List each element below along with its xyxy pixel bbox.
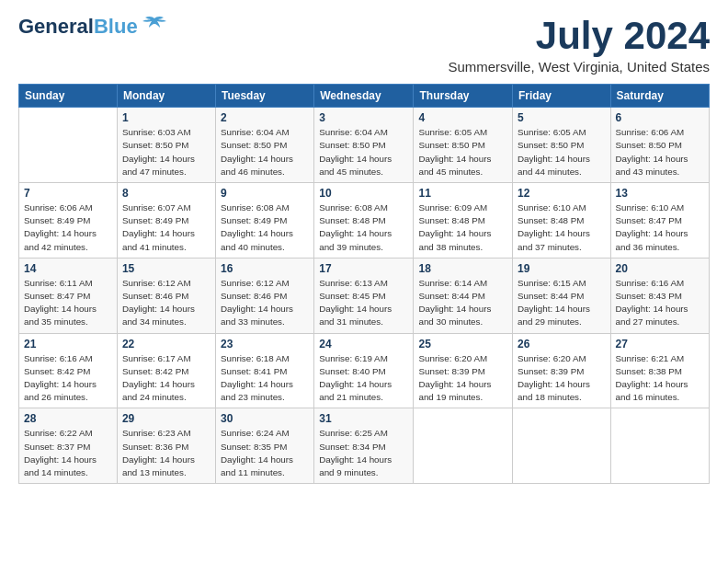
calendar-cell: 13Sunrise: 6:10 AMSunset: 8:47 PMDayligh… (610, 183, 709, 259)
day-number: 7 (24, 187, 112, 200)
day-number: 25 (418, 338, 507, 350)
cell-info: Sunrise: 6:07 AMSunset: 8:49 PMDaylight:… (122, 202, 195, 252)
day-number: 1 (122, 111, 210, 124)
day-number: 5 (518, 111, 606, 124)
calendar-cell: 10Sunrise: 6:08 AMSunset: 8:48 PMDayligh… (314, 183, 414, 259)
cell-info: Sunrise: 6:22 AMSunset: 8:37 PMDaylight:… (24, 428, 97, 477)
cell-info: Sunrise: 6:18 AMSunset: 8:41 PMDaylight:… (221, 353, 293, 403)
calendar-cell: 31Sunrise: 6:25 AMSunset: 8:34 PMDayligh… (314, 408, 414, 484)
col-thursday: Thursday (414, 85, 513, 108)
cell-info: Sunrise: 6:20 AMSunset: 8:39 PMDaylight:… (418, 353, 491, 403)
calendar-cell: 2Sunrise: 6:04 AMSunset: 8:50 PMDaylight… (216, 108, 314, 183)
calendar-cell: 8Sunrise: 6:07 AMSunset: 8:49 PMDaylight… (117, 183, 215, 259)
cell-info: Sunrise: 6:04 AMSunset: 8:50 PMDaylight:… (319, 127, 392, 177)
location: Summersville, West Virginia, United Stat… (448, 59, 710, 75)
calendar-cell: 15Sunrise: 6:12 AMSunset: 8:46 PMDayligh… (117, 258, 215, 333)
calendar-cell: 16Sunrise: 6:12 AMSunset: 8:46 PMDayligh… (216, 258, 314, 333)
calendar-cell (19, 108, 118, 183)
day-number: 10 (319, 187, 408, 200)
col-tuesday: Tuesday (216, 85, 314, 108)
week-row-5: 28Sunrise: 6:22 AMSunset: 8:37 PMDayligh… (19, 408, 710, 484)
col-saturday: Saturday (610, 85, 709, 108)
logo-text: GeneralBlue (18, 15, 138, 38)
cell-info: Sunrise: 6:12 AMSunset: 8:46 PMDaylight:… (122, 278, 195, 327)
cell-info: Sunrise: 6:05 AMSunset: 8:50 PMDaylight:… (518, 127, 590, 177)
cell-info: Sunrise: 6:23 AMSunset: 8:36 PMDaylight:… (122, 428, 195, 477)
calendar-cell: 7Sunrise: 6:06 AMSunset: 8:49 PMDaylight… (19, 183, 118, 259)
day-number: 4 (418, 111, 507, 124)
day-number: 17 (319, 262, 408, 275)
calendar-cell: 26Sunrise: 6:20 AMSunset: 8:39 PMDayligh… (513, 333, 611, 408)
day-number: 30 (221, 412, 309, 425)
day-number: 20 (616, 262, 704, 275)
month-title: July 2024 (448, 15, 710, 57)
day-number: 8 (122, 187, 210, 200)
calendar-cell: 20Sunrise: 6:16 AMSunset: 8:43 PMDayligh… (610, 258, 709, 333)
cell-info: Sunrise: 6:03 AMSunset: 8:50 PMDaylight:… (122, 127, 195, 177)
day-number: 22 (122, 338, 210, 350)
calendar-cell: 11Sunrise: 6:09 AMSunset: 8:48 PMDayligh… (414, 183, 513, 259)
day-number: 28 (24, 412, 112, 425)
cell-info: Sunrise: 6:19 AMSunset: 8:40 PMDaylight:… (319, 353, 392, 403)
day-number: 14 (24, 262, 112, 275)
title-block: July 2024 Summersville, West Virginia, U… (448, 15, 710, 75)
calendar-cell: 21Sunrise: 6:16 AMSunset: 8:42 PMDayligh… (19, 333, 118, 408)
calendar-cell: 1Sunrise: 6:03 AMSunset: 8:50 PMDaylight… (117, 108, 215, 183)
day-number: 31 (319, 412, 408, 425)
calendar-cell (610, 408, 709, 484)
cell-info: Sunrise: 6:10 AMSunset: 8:48 PMDaylight:… (518, 202, 590, 252)
day-number: 19 (518, 262, 606, 275)
cell-info: Sunrise: 6:20 AMSunset: 8:39 PMDaylight:… (518, 353, 590, 403)
calendar-cell: 27Sunrise: 6:21 AMSunset: 8:38 PMDayligh… (610, 333, 709, 408)
week-row-2: 7Sunrise: 6:06 AMSunset: 8:49 PMDaylight… (19, 183, 710, 259)
calendar-cell: 12Sunrise: 6:10 AMSunset: 8:48 PMDayligh… (513, 183, 611, 259)
day-number: 11 (418, 187, 507, 200)
logo-blue-text: Blue (94, 15, 138, 38)
logo-general: General (18, 15, 94, 38)
calendar-cell: 23Sunrise: 6:18 AMSunset: 8:41 PMDayligh… (216, 333, 314, 408)
day-number: 3 (319, 111, 408, 124)
cell-info: Sunrise: 6:08 AMSunset: 8:49 PMDaylight:… (221, 202, 293, 252)
calendar-cell: 24Sunrise: 6:19 AMSunset: 8:40 PMDayligh… (314, 333, 414, 408)
cell-info: Sunrise: 6:16 AMSunset: 8:43 PMDaylight:… (616, 278, 688, 327)
day-number: 2 (221, 111, 309, 124)
cell-info: Sunrise: 6:13 AMSunset: 8:45 PMDaylight:… (319, 278, 392, 327)
day-number: 15 (122, 262, 210, 275)
calendar-cell (513, 408, 611, 484)
day-number: 24 (319, 338, 408, 350)
cell-info: Sunrise: 6:14 AMSunset: 8:44 PMDaylight:… (418, 278, 491, 327)
day-number: 12 (518, 187, 606, 200)
cell-info: Sunrise: 6:06 AMSunset: 8:50 PMDaylight:… (616, 127, 688, 177)
col-friday: Friday (513, 85, 611, 108)
cell-info: Sunrise: 6:21 AMSunset: 8:38 PMDaylight:… (616, 353, 688, 403)
calendar-cell: 30Sunrise: 6:24 AMSunset: 8:35 PMDayligh… (216, 408, 314, 484)
cell-info: Sunrise: 6:10 AMSunset: 8:47 PMDaylight:… (616, 202, 688, 252)
day-number: 18 (418, 262, 507, 275)
cell-info: Sunrise: 6:12 AMSunset: 8:46 PMDaylight:… (221, 278, 293, 327)
calendar-cell (414, 408, 513, 484)
calendar-cell: 3Sunrise: 6:04 AMSunset: 8:50 PMDaylight… (314, 108, 414, 183)
col-monday: Monday (117, 85, 215, 108)
calendar-cell: 6Sunrise: 6:06 AMSunset: 8:50 PMDaylight… (610, 108, 709, 183)
week-row-1: 1Sunrise: 6:03 AMSunset: 8:50 PMDaylight… (19, 108, 710, 183)
cell-info: Sunrise: 6:17 AMSunset: 8:42 PMDaylight:… (122, 353, 195, 403)
col-sunday: Sunday (19, 85, 118, 108)
logo: GeneralBlue (18, 15, 167, 38)
day-number: 21 (24, 338, 112, 350)
cell-info: Sunrise: 6:11 AMSunset: 8:47 PMDaylight:… (24, 278, 97, 327)
day-number: 13 (616, 187, 704, 200)
day-number: 23 (221, 338, 309, 350)
calendar-cell: 9Sunrise: 6:08 AMSunset: 8:49 PMDaylight… (216, 183, 314, 259)
col-wednesday: Wednesday (314, 85, 414, 108)
calendar-cell: 25Sunrise: 6:20 AMSunset: 8:39 PMDayligh… (414, 333, 513, 408)
cell-info: Sunrise: 6:25 AMSunset: 8:34 PMDaylight:… (319, 428, 392, 477)
day-number: 29 (122, 412, 210, 425)
day-number: 9 (221, 187, 309, 200)
cell-info: Sunrise: 6:09 AMSunset: 8:48 PMDaylight:… (418, 202, 491, 252)
day-number: 6 (616, 111, 704, 124)
calendar-cell: 28Sunrise: 6:22 AMSunset: 8:37 PMDayligh… (19, 408, 118, 484)
cell-info: Sunrise: 6:06 AMSunset: 8:49 PMDaylight:… (24, 202, 97, 252)
calendar-cell: 5Sunrise: 6:05 AMSunset: 8:50 PMDaylight… (513, 108, 611, 183)
calendar-cell: 17Sunrise: 6:13 AMSunset: 8:45 PMDayligh… (314, 258, 414, 333)
calendar-cell: 4Sunrise: 6:05 AMSunset: 8:50 PMDaylight… (414, 108, 513, 183)
